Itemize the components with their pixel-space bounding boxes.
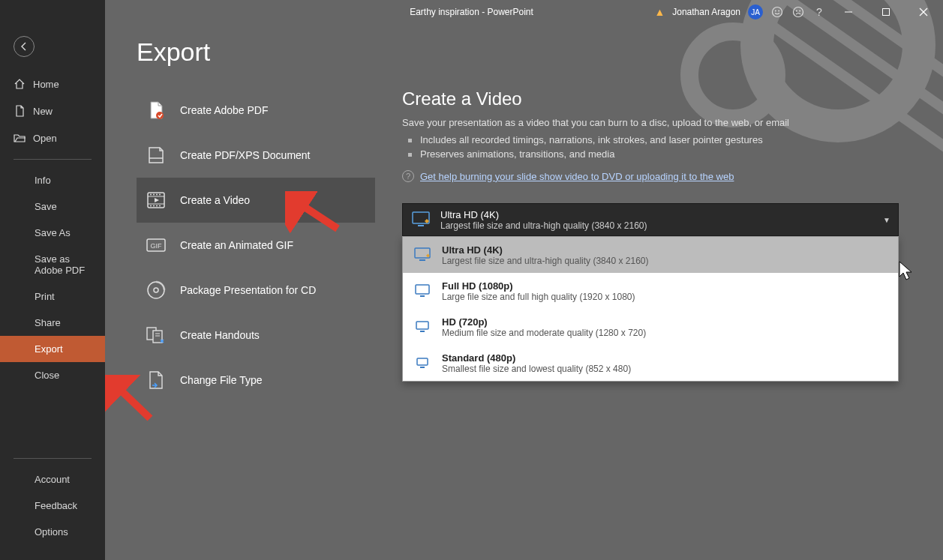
export-row-pdf-xps[interactable]: Create PDF/XPS Document [137,133,375,178]
open-icon [14,132,26,144]
sidebar-item-label: Open [33,133,57,144]
svg-point-15 [153,194,155,196]
back-button[interactable] [14,36,35,57]
svg-text:GIF: GIF [151,242,163,250]
sidebar-item-label: Save as Adobe PDF [35,253,92,276]
separator [14,458,92,459]
svg-rect-36 [416,322,428,329]
export-row-label: Create Adobe PDF [180,104,269,116]
sidebar-item-share[interactable]: Share [0,310,105,336]
sidebar-item-label: Share [35,317,61,328]
svg-point-10 [156,112,164,119]
minimize-button[interactable] [833,1,863,22]
video-quality-combo[interactable]: Ultra HD (4K) Largest file size and ultr… [402,203,899,236]
sidebar-item-label: Feedback [35,500,77,511]
window-title: Earthy inspiration - PowerPoint [410,7,533,17]
quality-option-standard[interactable]: Standard (480p)Smallest file size and lo… [403,345,898,381]
export-row-handouts[interactable]: Create Handouts [137,313,375,358]
sidebar-item-save[interactable]: Save [0,193,105,220]
sidebar-item-label: Export [35,343,63,355]
avatar[interactable]: JA [748,4,763,19]
sidebar-item-open[interactable]: Open [0,124,105,151]
sidebar-item-label: Save As [35,227,71,238]
sidebar-item-label: Account [35,474,70,485]
quality-option-fullhd[interactable]: Full HD (1080p)Large file size and full … [403,273,898,309]
export-row-animated-gif[interactable]: GIF Create an Animated GIF [137,223,375,268]
svg-point-19 [153,205,155,207]
backstage-content: Export Create Adobe PDF Create PDF/XPS D… [105,0,943,560]
export-row-label: Create Handouts [180,329,260,341]
detail-bullet: Includes all recorded timings, narration… [402,133,907,147]
page-title: Export [137,37,375,67]
quality-option-hd[interactable]: HD (720p)Medium file size and moderate q… [403,309,898,345]
sidebar-item-save-adobe[interactable]: Save as Adobe PDF [0,246,105,283]
svg-point-21 [159,205,161,207]
quality-option-uhd[interactable]: Ultra HD (4K)Largest file size and ultra… [403,237,898,273]
file-type-icon [146,370,167,391]
sidebar-item-label: Save [35,201,57,212]
svg-point-5 [799,10,800,12]
svg-rect-37 [420,331,425,332]
pdf-xps-icon [146,145,167,166]
sidebar-item-label: Info [35,175,51,186]
export-row-label: Change File Type [180,374,262,386]
detail-heading: Create a Video [402,88,907,109]
svg-point-4 [796,10,797,12]
face-sad-icon[interactable] [791,5,805,19]
sidebar-item-label: Close [35,370,59,381]
svg-point-25 [154,288,158,292]
export-row-create-video[interactable]: Create a Video [137,178,375,223]
handouts-icon [146,325,167,346]
separator [14,159,92,160]
svg-point-16 [156,194,158,196]
sidebar-item-save-as[interactable]: Save As [0,220,105,246]
svg-point-14 [150,194,152,196]
adobe-pdf-icon [146,100,167,121]
svg-rect-39 [420,367,425,368]
sidebar-item-label: Home [33,79,59,90]
monitor-fullhd-icon [413,282,431,300]
sidebar-item-close[interactable]: Close [0,362,105,388]
app-root: Earthy inspiration - PowerPoint ▲ Jonath… [0,0,943,560]
svg-rect-27 [153,331,162,343]
svg-rect-33 [419,259,425,261]
sidebar-item-options[interactable]: Options [0,519,105,545]
sidebar-item-home[interactable]: Home [0,70,105,97]
warning-icon[interactable]: ▲ [654,6,665,18]
user-name[interactable]: Jonathan Aragon [672,7,740,17]
sidebar-item-account[interactable]: Account [0,466,105,493]
svg-point-0 [773,7,782,17]
svg-rect-31 [418,225,424,226]
monitor-uhd-icon [413,246,431,264]
export-row-adobe-pdf[interactable]: Create Adobe PDF [137,88,375,133]
option-title: Ultra HD (4K) [442,244,649,256]
export-row-change-file-type[interactable]: Change File Type [137,358,375,403]
sidebar-item-info[interactable]: Info [0,167,105,193]
svg-point-20 [156,205,158,207]
sidebar-item-new[interactable]: New [0,97,105,124]
close-button[interactable] [908,1,938,22]
detail-bullet: Preserves animations, transitions, and m… [402,147,907,161]
option-desc: Large file size and full high quality (1… [442,292,635,302]
svg-point-1 [775,10,776,12]
monitor-hd-icon [413,318,431,336]
export-row-label: Create PDF/XPS Document [180,149,311,161]
face-smile-icon[interactable] [770,5,784,19]
maximize-button[interactable] [871,1,901,22]
help-icon[interactable]: ? [812,5,826,19]
export-row-package-cd[interactable]: Package Presentation for CD [137,268,375,313]
sidebar-item-print[interactable]: Print [0,283,105,310]
option-title: HD (720p) [442,316,646,328]
video-quality-dropdown: Ultra HD (4K)Largest file size and ultra… [402,236,899,382]
sidebar-item-feedback[interactable]: Feedback [0,493,105,519]
help-link[interactable]: Get help burning your slide show video t… [420,171,734,182]
sidebar-item-export[interactable]: Export [0,336,105,362]
svg-rect-35 [420,295,425,297]
svg-point-3 [794,7,803,17]
option-title: Standard (480p) [442,352,631,364]
svg-point-2 [778,10,779,12]
option-desc: Largest file size and ultra-high quality… [442,256,649,266]
video-icon [146,190,167,211]
gif-icon: GIF [146,235,167,256]
backstage-sidebar: Home New Open Info Save Save As Save as … [0,0,105,560]
